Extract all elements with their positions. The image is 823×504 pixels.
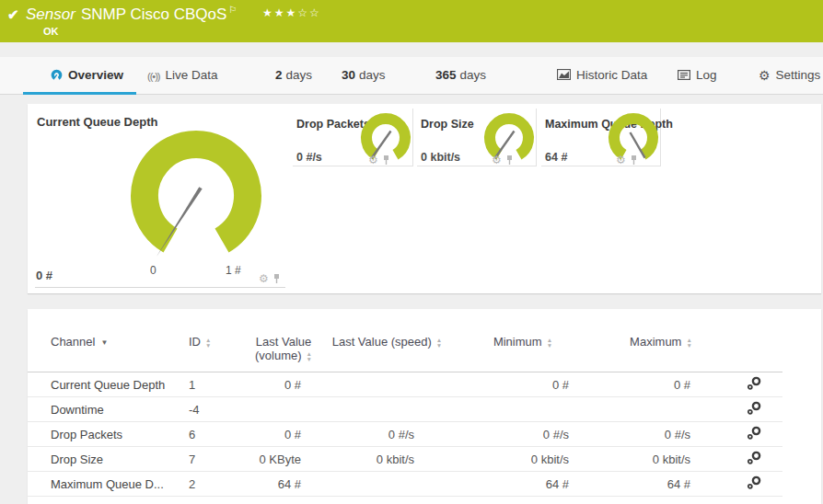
gauge-scale-min: 0: [150, 264, 156, 277]
historic-chart-icon: [557, 69, 571, 83]
sort-icon: ▲▼: [547, 338, 552, 348]
gauge-tile-maximum-queue-depth: Maximum Queue Depth 64 # ⚙: [541, 109, 661, 166]
tab-365-days-label: days: [460, 68, 487, 82]
table-row: Downtime -4: [28, 397, 782, 422]
gear-icon: ⚙: [759, 68, 771, 83]
tab-settings[interactable]: ⚙Settings: [759, 68, 820, 83]
channel-last-speed: [325, 397, 449, 422]
gauge-title: Drop Size: [421, 118, 474, 131]
sensor-title: SensorSNMP Cisco CBQoS⚐: [26, 5, 237, 24]
channels-table: Channel▼ ID▲▼ Last Value(volume)▲▼ Last …: [28, 327, 782, 497]
channel-maximum: 64 #: [597, 472, 725, 497]
column-header-id[interactable]: ID▲▼: [189, 327, 242, 372]
table-row: Drop Size 7 0 KByte 0 kbit/s 0 kbit/s 0 …: [28, 447, 782, 472]
column-header-actions: [725, 327, 782, 372]
gauge-gear-icon[interactable]: ⚙: [616, 155, 626, 166]
channel-settings-icon[interactable]: [747, 451, 762, 467]
tab-live-data-label: Live Data: [166, 68, 218, 82]
gauge-pin-icon[interactable]: [382, 155, 390, 166]
stars-empty: ☆☆: [297, 6, 321, 19]
channel-last-speed: 0 #/s: [325, 422, 449, 447]
gauge-tile-drop-packets: Drop Packets 0 #/s ⚙: [293, 109, 413, 166]
column-header-channel[interactable]: Channel▼: [28, 327, 189, 372]
channel-settings-icon[interactable]: [747, 376, 762, 393]
tab-historic-label: Historic Data: [576, 68, 647, 82]
tab-overview[interactable]: Overview: [51, 68, 123, 83]
channel-id: -4: [189, 397, 242, 422]
gauge-tile-drop-size: Drop Size 0 kbit/s ⚙: [417, 109, 537, 166]
gauge-pin-icon[interactable]: [505, 155, 514, 166]
channel-minimum: 64 #: [449, 472, 597, 497]
table-row: Drop Packets 6 0 # 0 #/s 0 #/s 0 #/s: [28, 422, 782, 447]
sort-icon: ▲▼: [686, 338, 691, 348]
sort-icon: ▲▼: [307, 351, 312, 361]
column-header-maximum[interactable]: Maximum▲▼: [597, 327, 725, 372]
tab-2-days-number: 2: [275, 68, 283, 82]
tab-365-days[interactable]: 365days: [435, 68, 486, 82]
channel-minimum: 0 kbit/s: [449, 447, 597, 472]
column-header-last-value-volume[interactable]: Last Value(volume)▲▼: [242, 327, 325, 372]
log-icon: [678, 69, 690, 83]
status-check-icon: ✔: [7, 6, 19, 23]
tab-2-days-label: days: [286, 68, 313, 82]
sort-desc-icon: ▼: [100, 338, 108, 347]
tab-live-data[interactable]: ((•))Live Data: [147, 68, 218, 82]
column-header-last-value-speed[interactable]: Last Value (speed)▲▼: [325, 327, 449, 372]
channel-settings-icon[interactable]: [747, 475, 762, 492]
tab-settings-label: Settings: [776, 68, 821, 82]
tab-bar: Overview ((•))Live Data 2days 30days 365…: [0, 57, 823, 95]
channel-id: 7: [189, 447, 242, 472]
channel-minimum: 0 #/s: [449, 422, 597, 447]
tab-log-label: Log: [696, 68, 717, 82]
gauge-pin-icon[interactable]: [630, 155, 638, 166]
sensor-status-badge: OK: [43, 26, 59, 37]
tab-30-days-label: days: [359, 68, 386, 82]
gauge-pin-icon[interactable]: [272, 273, 281, 284]
sensor-header: ✔ SensorSNMP Cisco CBQoS⚐ ★★★☆☆ OK: [0, 0, 823, 42]
channel-name: Current Queue Depth: [28, 372, 189, 397]
channel-minimum: [449, 397, 597, 422]
channel-settings-icon[interactable]: [747, 426, 762, 442]
tab-2-days[interactable]: 2days: [275, 68, 312, 82]
sort-icon: ▲▼: [436, 338, 442, 348]
channels-panel: Channel▼ ID▲▼ Last Value(volume)▲▼ Last …: [28, 309, 821, 504]
table-row: Current Queue Depth 1 0 # 0 # 0 #: [28, 372, 782, 397]
tab-30-days[interactable]: 30days: [342, 68, 386, 82]
channel-id: 6: [189, 422, 242, 447]
channel-id: 2: [189, 472, 242, 497]
gauge-gear-icon[interactable]: ⚙: [368, 155, 378, 166]
channel-last-volume: 0 #: [242, 422, 325, 447]
priority-stars[interactable]: ★★★☆☆: [262, 6, 321, 19]
live-data-icon: ((•)): [147, 71, 160, 82]
channel-last-volume: 64 #: [242, 472, 325, 497]
channel-minimum: 0 #: [449, 372, 597, 397]
channel-last-volume: 0 KByte: [242, 447, 325, 472]
flag-icon[interactable]: ⚐: [228, 5, 237, 15]
tab-30-days-number: 30: [342, 68, 355, 82]
tab-365-days-number: 365: [435, 68, 457, 82]
channel-last-volume: 0 #: [242, 372, 325, 397]
channel-maximum: 0 #/s: [597, 422, 725, 447]
sensor-name: SNMP Cisco CBQoS: [81, 6, 226, 23]
gauge-value: 0 kbit/s: [421, 151, 460, 164]
channel-name: Downtime: [28, 397, 189, 422]
gauge-icon: [51, 69, 63, 83]
table-header-row: Channel▼ ID▲▼ Last Value(volume)▲▼ Last …: [28, 327, 782, 372]
gauge-gear-icon[interactable]: ⚙: [259, 273, 269, 284]
channel-name: Maximum Queue D...: [28, 472, 189, 497]
tab-log[interactable]: Log: [678, 68, 717, 83]
gauge-value: 64 #: [545, 151, 567, 164]
channel-maximum: 0 #: [597, 372, 725, 397]
gauge-gear-icon[interactable]: ⚙: [492, 155, 502, 166]
table-row: Maximum Queue D... 2 64 # 64 # 64 #: [28, 472, 782, 497]
tab-historic-data[interactable]: Historic Data: [557, 68, 647, 83]
channel-settings-icon[interactable]: [747, 401, 762, 418]
gauge-value: 0 #/s: [296, 151, 322, 164]
sensor-kind-label: Sensor: [26, 6, 75, 23]
active-tab-indicator: [23, 92, 136, 95]
column-header-minimum[interactable]: Minimum▲▼: [449, 327, 597, 372]
channel-maximum: 0 kbit/s: [597, 447, 725, 472]
primary-gauge: [95, 104, 297, 260]
channel-last-volume: [242, 397, 325, 422]
channel-last-speed: 0 kbit/s: [325, 447, 449, 472]
